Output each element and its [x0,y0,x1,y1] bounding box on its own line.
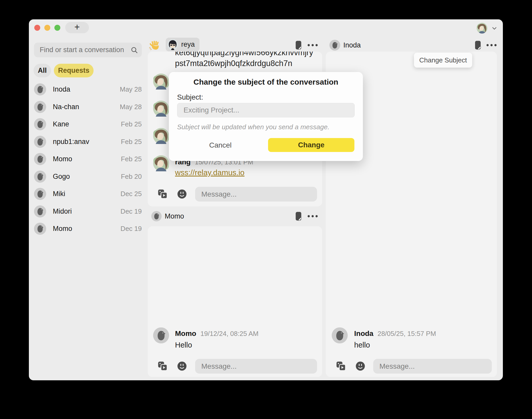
conversation-row-momo[interactable]: Momo Feb 25 [34,150,142,168]
message-text: Hello [175,341,192,349]
conversation-name: Momo [53,225,72,233]
change-subject-tooltip: Change Subject [414,53,472,68]
default-bird-avatar [34,205,46,217]
conversation-name: Midori [53,207,72,215]
conversation-date: Feb 20 [121,173,142,181]
conversation-row-inoda[interactable]: Inoda May 28 [34,81,142,98]
more-options-icon[interactable] [486,42,497,48]
message-timestamp: 28/05/25, 15:57 PM [378,330,436,337]
message-input[interactable] [195,187,317,202]
rang-avatar [153,101,169,117]
conversation-row-momo2[interactable]: Momo Dec 19 [34,220,142,238]
subject-input[interactable] [177,103,355,117]
chevron-down-icon[interactable] [491,25,498,32]
rang-avatar [153,74,169,90]
conversation-row-midori[interactable]: Midori Dec 19 [34,203,142,220]
chat-title: reya [181,41,195,49]
conversation-date: Dec 19 [121,225,142,233]
npub-text-line1: ket6qjyqtnpag2lygn4wf566ykzkhvvmjry [175,52,313,57]
change-subject-icon[interactable] [293,39,304,51]
default-bird-avatar [34,188,46,200]
conversation-name: Inoda [53,85,70,93]
conversation-row-npub1anav[interactable]: npub1:anav Feb 25 [34,133,142,151]
conversation-name: Kane [53,120,69,128]
change-subject-icon[interactable] [293,211,304,222]
media-picker-icon[interactable] [335,360,347,372]
media-picker-icon[interactable] [157,188,168,200]
default-bird-avatar [34,171,46,183]
default-bird-avatar [329,40,340,51]
default-bird-avatar [153,327,169,343]
conversation-date: Feb 25 [121,155,142,163]
more-options-icon[interactable] [307,42,319,48]
change-button[interactable]: Change [268,138,354,152]
default-bird-avatar [34,101,46,113]
dialog-title: Change the subject of the conversation [169,78,363,86]
message-author: Momo [175,329,196,337]
default-bird-avatar [34,136,46,148]
chat-title-pill-reya[interactable]: reya [166,38,200,51]
reya-avatar [167,39,178,50]
conversation-name: Na-chan [53,103,79,111]
emoji-smiley-icon[interactable] [177,361,187,371]
conversation-date: Feb 25 [121,138,142,146]
chat-title: Momo [165,211,184,222]
conversation-date: Feb 25 [121,120,142,128]
default-bird-avatar [34,223,46,235]
more-options-icon[interactable] [307,213,319,219]
conversation-row-kane[interactable]: Kane Feb 25 [34,116,142,133]
message-input[interactable] [373,359,492,374]
conversation-row-gogo[interactable]: Gogo Feb 20 [34,168,142,186]
close-window-button[interactable] [34,25,40,31]
rang-avatar [153,155,169,171]
conversation-row-miki[interactable]: Miki Dec 25 [34,185,142,203]
filter-tab-requests[interactable]: Requests [54,64,94,77]
default-bird-avatar [34,118,46,130]
change-subject-icon[interactable] [473,39,483,51]
chat-panel-momo: Momo19/12/24, 08:25 AM Hello [148,226,322,377]
chat-title: Inoda [343,40,361,51]
message-timestamp: 19/12/24, 08:25 AM [200,330,259,337]
default-bird-avatar [151,211,162,221]
conversation-date: Dec 25 [121,190,142,198]
relay-link[interactable]: wss://relay.damus.io [175,168,245,177]
message-author-row: Momo19/12/24, 08:25 AM [175,329,259,338]
filter-tab-all[interactable]: All [34,64,51,77]
conversation-name: Momo [53,155,72,163]
rang-avatar [153,128,169,144]
search-input[interactable] [34,43,142,57]
search-icon [130,46,138,54]
message-text: hello [354,341,370,349]
conversation-list: Inoda May 28 Na-chan May 28 Kane Feb 25 … [34,81,142,238]
conversation-date: Dec 19 [121,207,142,215]
app-window: + All Requests Inoda May 28 Na-chan May … [29,19,503,380]
dialog-note: Subject will be updated when you send a … [177,123,329,131]
message-input[interactable] [195,359,317,374]
current-user-avatar[interactable] [477,23,487,34]
conversation-name: Miki [53,190,65,198]
change-subject-dialog: Change the subject of the conversation S… [169,72,363,161]
cancel-button[interactable]: Cancel [195,139,246,152]
emoji-smiley-icon[interactable] [177,189,187,199]
default-bird-avatar [34,83,46,95]
emoji-smiley-icon[interactable] [355,361,365,371]
media-picker-icon[interactable] [157,360,168,372]
wave-hand-icon [149,39,161,51]
conversation-date: May 28 [120,85,142,93]
subject-label: Subject: [177,93,203,101]
conversation-name: Gogo [53,173,70,181]
new-conversation-button[interactable]: + [65,22,89,33]
conversation-name: npub1:anav [53,138,89,146]
default-bird-avatar [34,153,46,165]
conversation-date: May 28 [120,103,142,111]
message-author: Inoda [354,329,373,337]
npub-text-line2: pst7mta2t6wpjh0qfzkdrdgu8ch7n [175,59,292,68]
default-bird-avatar [332,327,348,343]
minimize-window-button[interactable] [44,25,50,31]
search-conversation-field [34,43,142,57]
message-author-row: Inoda28/05/25, 15:57 PM [354,329,436,338]
conversation-row-nachan[interactable]: Na-chan May 28 [34,98,142,116]
zoom-window-button[interactable] [54,25,60,31]
